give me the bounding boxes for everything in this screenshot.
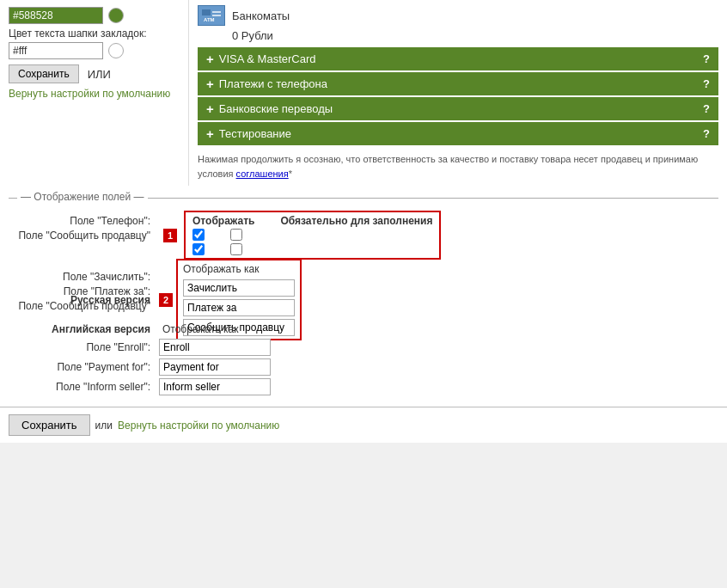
save-button-left[interactable]: Сохранить (9, 64, 79, 83)
ru-payment-label: Поле "Платеж за": (9, 285, 159, 297)
svg-rect-3 (212, 15, 221, 16)
accordion-question-bank[interactable]: ? (703, 102, 710, 115)
svg-rect-2 (212, 11, 221, 13)
en-display-as-label: Отображать как (159, 323, 262, 335)
en-enroll-input[interactable] (159, 339, 271, 356)
accordion-label-visa: VISA & MasterCard (219, 52, 316, 65)
accordion-test[interactable]: + Тестирование ? (198, 122, 718, 145)
accordion-label-bank: Банковские переводы (219, 102, 333, 115)
color-text-label: Цвет текста шапки закладок: (9, 28, 180, 40)
accordion-bank[interactable]: + Банковские переводы ? (198, 97, 718, 120)
accordion-phone[interactable]: + Платежи с телефона ? (198, 72, 718, 95)
field-phone-label: Поле "Телефон": (9, 215, 159, 227)
accordion-question-phone[interactable]: ? (703, 77, 710, 90)
en-payment-input[interactable] (159, 358, 271, 376)
header-bg-color-swatch[interactable] (108, 8, 124, 23)
atm-label: Банкоматы (232, 9, 290, 22)
accordion-plus-visa: + (206, 52, 214, 66)
atm-icon: ATM (198, 5, 225, 26)
en-enroll-label: Поле "Enroll": (9, 341, 159, 353)
accordion-question-visa[interactable]: ? (703, 52, 710, 65)
or-text-left: ИЛИ (88, 68, 111, 81)
notify-display-checkbox[interactable] (192, 243, 205, 255)
balance-text: 0 Рубли (232, 29, 718, 42)
agreement-star: * (289, 168, 292, 179)
reset-defaults-link-left[interactable]: Вернуть настройки по умолчанию (9, 88, 170, 100)
english-version-title: Английская версия (9, 323, 159, 335)
accordion-label-phone: Платежи с телефона (219, 77, 327, 90)
or-text-bottom: или (95, 420, 113, 432)
reset-defaults-link-bottom[interactable]: Вернуть настройки по умолчанию (118, 420, 279, 432)
ru-enroll-label: Поле "Зачислить": (9, 271, 159, 283)
header-bg-color-input[interactable] (9, 7, 103, 24)
ru-notify-label: Поле "Сообщить продавцу" (9, 300, 159, 312)
fields-section-title: — Отображение полей — (17, 191, 148, 203)
svg-rect-1 (202, 9, 211, 15)
en-notify-input[interactable] (159, 378, 271, 395)
notify-required-checkbox[interactable] (230, 243, 242, 255)
en-notify-label: Поле "Inform seller": (9, 381, 159, 393)
agreement-link[interactable]: соглашения (236, 168, 289, 179)
en-payment-label: Поле "Payment for": (9, 361, 159, 373)
field-notify-label-ru: Поле "Сообщить продавцу" (9, 230, 159, 242)
accordion-question-test[interactable]: ? (703, 127, 710, 140)
accordion-plus-phone: + (206, 77, 214, 91)
header-text-color-swatch[interactable] (108, 43, 124, 58)
save-button-main[interactable]: Сохранить (9, 414, 90, 436)
header-text-color-input[interactable] (9, 42, 103, 59)
accordion-plus-test: + (206, 126, 214, 141)
accordion-plus-bank: + (206, 101, 214, 116)
svg-text:ATM: ATM (204, 17, 215, 22)
accordion-visa[interactable]: + VISA & MasterCard ? (198, 47, 718, 70)
accordion-label-test: Тестирование (219, 127, 291, 140)
agreement-text: Нажимая продолжить я осознаю, что ответс… (198, 152, 718, 181)
